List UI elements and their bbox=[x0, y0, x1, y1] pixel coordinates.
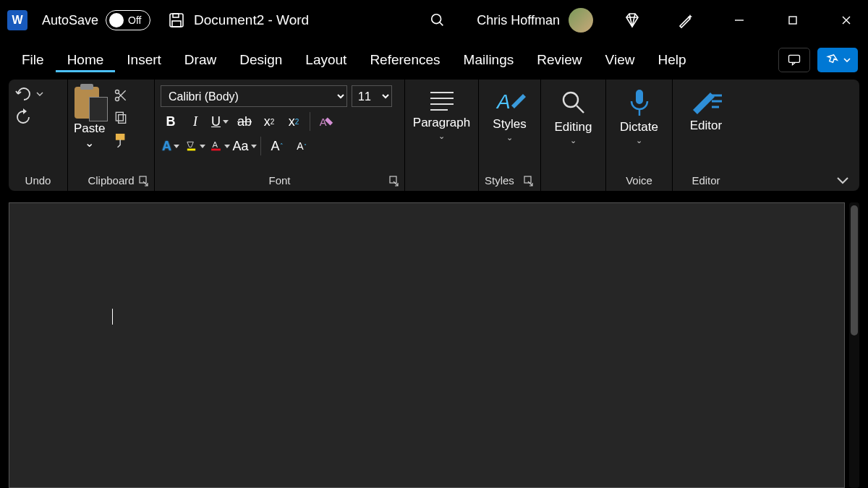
editor-button[interactable]: Editor bbox=[678, 82, 733, 173]
text-effects-button[interactable]: A bbox=[161, 136, 181, 156]
chevron-down-icon: ⌄ bbox=[438, 132, 445, 141]
repeat-button[interactable] bbox=[14, 108, 32, 126]
styles-button[interactable]: A Styles ⌄ bbox=[485, 82, 535, 173]
close-button[interactable] bbox=[832, 14, 861, 26]
font-group-label: Font bbox=[161, 173, 399, 188]
ribbon: Undo Paste ⌄ bbox=[9, 80, 859, 191]
collapse-ribbon-button[interactable] bbox=[836, 175, 849, 185]
bold-button[interactable]: B bbox=[161, 111, 181, 132]
svg-rect-1 bbox=[173, 14, 179, 17]
tab-review[interactable]: Review bbox=[525, 48, 593, 72]
maximize-button[interactable] bbox=[778, 14, 807, 26]
subscript-button[interactable]: x2 bbox=[259, 111, 279, 132]
svg-rect-17 bbox=[140, 176, 146, 183]
paragraph-button[interactable]: Paragraph ⌄ bbox=[411, 82, 472, 173]
document-page[interactable] bbox=[9, 202, 845, 488]
chevron-down-icon: ⌄ bbox=[506, 133, 513, 142]
underline-button[interactable]: U bbox=[210, 111, 230, 132]
user-name: Chris Hoffman bbox=[477, 13, 560, 28]
chevron-down-icon: ⌄ bbox=[570, 136, 576, 145]
copy-button[interactable] bbox=[114, 110, 129, 124]
paste-icon bbox=[75, 85, 105, 120]
editor-group-label: Editor bbox=[678, 173, 733, 188]
svg-rect-28 bbox=[524, 176, 531, 183]
ribbon-tabs: FileHomeInsertDrawDesignLayoutReferences… bbox=[0, 40, 868, 80]
svg-line-30 bbox=[576, 106, 584, 113]
svg-rect-22 bbox=[390, 176, 396, 183]
italic-button[interactable]: I bbox=[185, 111, 205, 132]
share-button[interactable] bbox=[817, 48, 858, 72]
clipboard-group-label: Clipboard bbox=[74, 173, 148, 188]
change-case-button[interactable]: Aa bbox=[234, 136, 255, 156]
highlight-button[interactable] bbox=[185, 136, 205, 156]
svg-rect-21 bbox=[211, 149, 221, 151]
avatar bbox=[569, 8, 593, 33]
editing-button[interactable]: Editing ⌄ bbox=[547, 82, 600, 173]
clipboard-launcher[interactable] bbox=[138, 175, 150, 187]
tab-file[interactable]: File bbox=[10, 48, 56, 72]
diamond-icon[interactable] bbox=[618, 12, 647, 29]
font-color-button[interactable]: A bbox=[210, 136, 230, 156]
tab-design[interactable]: Design bbox=[228, 48, 294, 72]
chevron-down-icon: ⌄ bbox=[636, 136, 642, 145]
tab-help[interactable]: Help bbox=[646, 48, 697, 72]
tab-references[interactable]: References bbox=[358, 48, 451, 72]
tab-draw[interactable]: Draw bbox=[173, 48, 228, 72]
svg-point-3 bbox=[432, 14, 441, 24]
svg-rect-14 bbox=[116, 112, 124, 121]
svg-rect-6 bbox=[789, 17, 796, 24]
tab-mailings[interactable]: Mailings bbox=[452, 48, 526, 72]
tab-view[interactable]: View bbox=[594, 48, 647, 72]
svg-line-4 bbox=[440, 22, 443, 26]
svg-rect-19 bbox=[187, 149, 195, 151]
svg-text:A: A bbox=[320, 116, 327, 128]
search-icon[interactable] bbox=[423, 12, 452, 28]
svg-rect-2 bbox=[172, 21, 181, 27]
font-name-select[interactable]: Calibri (Body) bbox=[161, 85, 347, 107]
undo-button[interactable] bbox=[14, 87, 43, 101]
svg-rect-31 bbox=[636, 90, 643, 104]
app-icon: W bbox=[7, 10, 27, 30]
font-size-select[interactable]: 11 bbox=[352, 85, 392, 107]
cut-button[interactable] bbox=[114, 88, 129, 103]
svg-rect-16 bbox=[116, 134, 124, 140]
svg-point-29 bbox=[563, 93, 578, 107]
vertical-scrollbar[interactable] bbox=[849, 202, 859, 488]
user-account[interactable]: Chris Hoffman bbox=[477, 8, 593, 33]
toggle-knob bbox=[109, 13, 124, 27]
svg-text:A: A bbox=[213, 140, 218, 149]
minimize-button[interactable] bbox=[725, 14, 754, 26]
tab-layout[interactable]: Layout bbox=[294, 48, 358, 72]
format-painter-button[interactable] bbox=[114, 132, 129, 147]
save-icon[interactable] bbox=[162, 12, 191, 29]
grow-font-button[interactable]: A˄ bbox=[267, 136, 287, 156]
autosave-toggle[interactable]: Off bbox=[106, 10, 150, 30]
superscript-button[interactable]: x2 bbox=[284, 111, 304, 132]
svg-rect-9 bbox=[789, 55, 800, 62]
styles-launcher[interactable] bbox=[523, 175, 535, 187]
undo-group-label: Undo bbox=[14, 173, 61, 188]
paste-label: Paste bbox=[74, 121, 105, 136]
svg-rect-15 bbox=[119, 115, 126, 124]
dictate-button[interactable]: Dictate ⌄ bbox=[612, 82, 666, 173]
strikethrough-button[interactable]: ab bbox=[234, 111, 255, 132]
text-cursor bbox=[112, 309, 113, 325]
tab-home[interactable]: Home bbox=[56, 48, 116, 72]
paste-button[interactable]: Paste ⌄ bbox=[74, 85, 105, 150]
autosave-label: AutoSave bbox=[42, 13, 98, 28]
document-title: Document2 - Word bbox=[194, 12, 309, 28]
styles-group-label: Styles bbox=[485, 173, 535, 188]
pen-sparkle-icon[interactable] bbox=[671, 12, 700, 29]
scrollbar-thumb[interactable] bbox=[851, 205, 858, 335]
font-launcher[interactable] bbox=[388, 175, 400, 187]
voice-group-label: Voice bbox=[612, 173, 666, 188]
chevron-down-icon: ⌄ bbox=[85, 136, 94, 150]
comments-button[interactable] bbox=[778, 48, 810, 72]
clear-formatting-button[interactable]: A bbox=[316, 111, 336, 132]
autosave-state: Off bbox=[128, 14, 141, 26]
svg-text:A: A bbox=[495, 90, 511, 113]
tab-insert[interactable]: Insert bbox=[115, 48, 173, 72]
shrink-font-button[interactable]: A˅ bbox=[292, 136, 312, 156]
